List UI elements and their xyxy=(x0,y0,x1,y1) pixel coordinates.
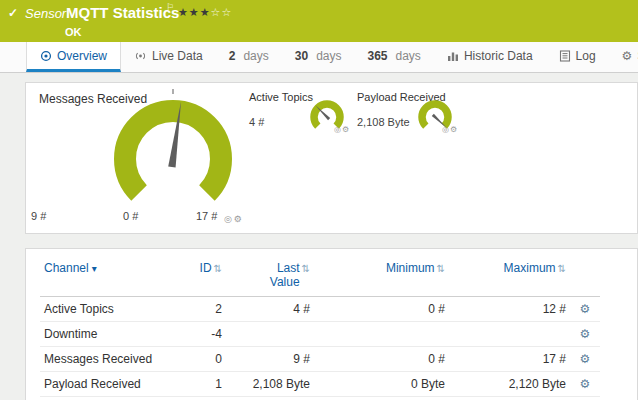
channel-id: 1 xyxy=(168,372,226,397)
tab-label: Log xyxy=(576,49,596,63)
tab-historic-data[interactable]: Historic Data xyxy=(434,42,546,72)
gauge-lookup-icon[interactable]: ◎ xyxy=(224,214,234,224)
stars-filled: ★★★ xyxy=(178,6,211,18)
stars-empty: ☆☆ xyxy=(211,6,233,18)
tab-365-days[interactable]: 365days xyxy=(354,42,433,72)
table-row[interactable]: Payload Received 1 2,108 Byte 0 Byte 2,1… xyxy=(40,372,600,397)
table-row[interactable]: Active Topics 2 4 # 0 # 12 # ⚙ xyxy=(40,297,600,322)
channel-id: 0 xyxy=(168,347,226,372)
channel-name: Messages Received xyxy=(40,347,168,372)
tab-label-unit: days xyxy=(396,49,421,63)
column-label: Channel xyxy=(44,261,89,275)
table-header-row: Channel▾ ID⇅ Last Value⇅ Minimum⇅ Maximu… xyxy=(40,257,600,297)
channel-settings-icon[interactable]: ⚙ xyxy=(570,322,600,347)
channel-maximum: 12 # xyxy=(449,297,570,322)
sort-icon: ⇅ xyxy=(558,263,566,274)
mini-gauge-value: 2,108 Byte xyxy=(357,116,410,128)
channel-minimum: 0 # xyxy=(314,347,449,372)
channel-last-value: 9 # xyxy=(226,347,314,372)
active-topics-gauge-block: Active Topics 4 # ◎⚙ xyxy=(249,91,359,151)
column-header-id[interactable]: ID⇅ xyxy=(168,257,226,297)
live-data-icon xyxy=(134,50,147,62)
gauge-settings-icon[interactable]: ⚙ xyxy=(342,125,350,134)
sort-icon: ⇅ xyxy=(302,263,310,274)
mini-gauge-actions: ◎⚙ xyxy=(334,125,350,134)
priority-stars[interactable]: ★★★☆☆ xyxy=(178,6,232,19)
gauge-settings-icon[interactable]: ⚙ xyxy=(234,214,244,224)
column-label: Last Value xyxy=(258,261,300,289)
channels-panel: Channel▾ ID⇅ Last Value⇅ Minimum⇅ Maximu… xyxy=(25,248,638,400)
channel-name: Payload Received xyxy=(40,372,168,397)
filter-caret-icon: ▾ xyxy=(92,263,97,274)
tab-settings[interactable]: ⚙ Settings xyxy=(609,42,638,72)
channel-last-value: 4 # xyxy=(226,297,314,322)
historic-data-icon xyxy=(447,50,459,62)
channels-table: Channel▾ ID⇅ Last Value⇅ Minimum⇅ Maximu… xyxy=(40,257,600,397)
status-badge: OK xyxy=(65,26,82,38)
tab-label-number: 2 xyxy=(229,49,236,63)
messages-received-gauge xyxy=(98,87,248,225)
channel-settings-icon[interactable]: ⚙ xyxy=(570,372,600,397)
flag-icon[interactable]: ⚐ xyxy=(166,2,174,12)
sort-icon: ⇅ xyxy=(214,263,222,274)
column-header-minimum[interactable]: Minimum⇅ xyxy=(314,257,449,297)
channel-minimum: 0 # xyxy=(314,297,449,322)
tab-overview[interactable]: Overview xyxy=(26,42,121,72)
channel-settings-icon[interactable]: ⚙ xyxy=(570,347,600,372)
column-label: Maximum xyxy=(504,261,556,275)
channel-last-value: 2,108 Byte xyxy=(226,372,314,397)
tab-label-unit: days xyxy=(316,49,341,63)
overview-icon xyxy=(40,50,52,62)
channel-id: 2 xyxy=(168,297,226,322)
object-kind-label: Sensor xyxy=(25,6,66,21)
tab-log[interactable]: Log xyxy=(546,42,609,72)
channel-maximum: 2,120 Byte xyxy=(449,372,570,397)
channel-last-value xyxy=(226,322,314,347)
gauge-lookup-icon[interactable]: ◎ xyxy=(334,125,342,134)
channel-id: -4 xyxy=(168,322,226,347)
gauge-lookup-icon[interactable]: ◎ xyxy=(442,125,450,134)
channel-maximum: 17 # xyxy=(449,347,570,372)
tab-bar: Overview Live Data 2days 30days 365days … xyxy=(0,42,638,73)
page-title: MQTT Statistics xyxy=(66,4,179,21)
table-row[interactable]: Messages Received 0 9 # 0 # 17 # ⚙ xyxy=(40,347,600,372)
column-label: Minimum xyxy=(386,261,435,275)
main-gauge-actions: ◎⚙ xyxy=(224,214,244,224)
column-header-last-value[interactable]: Last Value⇅ xyxy=(226,257,314,297)
channel-settings-icon[interactable]: ⚙ xyxy=(570,297,600,322)
tab-2-days[interactable]: 2days xyxy=(216,42,282,72)
sort-icon: ⇅ xyxy=(437,263,445,274)
main-gauge-min-label: 0 # xyxy=(123,210,138,222)
status-check-icon: ✓ xyxy=(8,6,18,20)
payload-received-gauge-block: Payload Received 2,108 Byte ◎⚙ xyxy=(357,91,467,151)
column-header-maximum[interactable]: Maximum⇅ xyxy=(449,257,570,297)
table-row[interactable]: Downtime -4 ⚙ xyxy=(40,322,600,347)
tab-label: Live Data xyxy=(152,49,203,63)
main-gauge-max-label: 17 # xyxy=(196,210,217,222)
sensor-header: ✓ Sensor MQTT Statistics ⚐ ★★★☆☆ OK xyxy=(0,0,638,42)
tab-label: Overview xyxy=(57,49,107,63)
tab-30-days[interactable]: 30days xyxy=(282,42,355,72)
channel-name: Downtime xyxy=(40,322,168,347)
main-gauge-value: 9 # xyxy=(31,210,46,222)
column-header-channel[interactable]: Channel▾ xyxy=(40,257,168,297)
log-icon xyxy=(559,50,571,62)
tab-label: Historic Data xyxy=(464,49,533,63)
gauges-panel: Messages Received 9 # 0 # 17 # ◎⚙ Active… xyxy=(25,82,638,234)
channel-minimum: 0 Byte xyxy=(314,372,449,397)
gauge-scale-tick xyxy=(172,89,174,94)
channel-minimum xyxy=(314,322,449,347)
channel-name: Active Topics xyxy=(40,297,168,322)
channel-maximum xyxy=(449,322,570,347)
tab-label-unit: days xyxy=(243,49,268,63)
column-header-actions xyxy=(570,257,600,297)
tab-live-data[interactable]: Live Data xyxy=(121,42,216,72)
tab-label-number: 365 xyxy=(367,49,387,63)
gauge-settings-icon[interactable]: ⚙ xyxy=(450,125,458,134)
tab-label-number: 30 xyxy=(295,49,308,63)
settings-gear-icon: ⚙ xyxy=(622,49,633,63)
mini-gauge-value: 4 # xyxy=(249,116,264,128)
column-label: ID xyxy=(200,261,212,275)
mini-gauge-actions: ◎⚙ xyxy=(442,125,458,134)
